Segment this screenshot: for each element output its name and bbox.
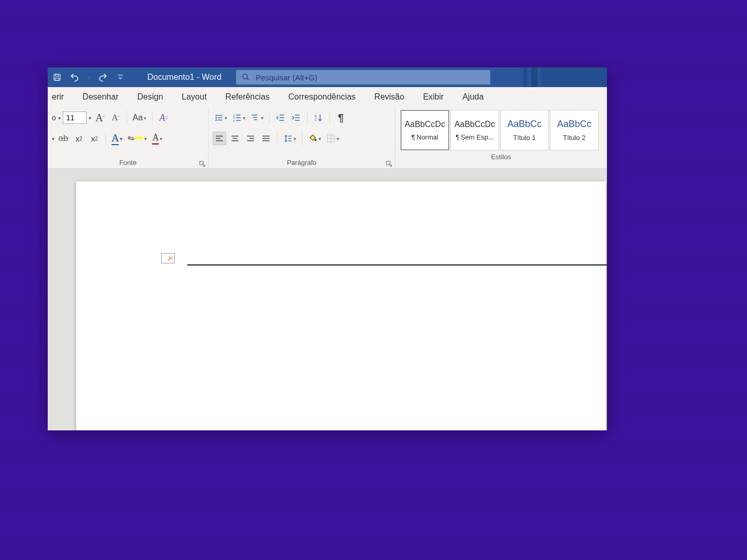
word-window: ▾ Documento1 - Word erir Desenhar Design… bbox=[48, 67, 607, 430]
undo-dropdown[interactable]: ▾ bbox=[85, 70, 92, 85]
ribbon: o ▾ ▾ Aˆ Aˇ Aa A◊ ▾ ab x2 x2 bbox=[48, 107, 607, 169]
svg-text:A: A bbox=[315, 114, 317, 118]
tab-design[interactable]: Design bbox=[135, 89, 165, 105]
font-size-input[interactable] bbox=[63, 111, 87, 124]
svg-rect-16 bbox=[236, 115, 241, 116]
styles-gallery: AaBbCcDc ¶Normal AaBbCcDc ¶Sem Esp... Aa… bbox=[399, 109, 603, 151]
style-normal[interactable]: AaBbCcDc ¶Normal bbox=[400, 110, 449, 150]
svg-text:3: 3 bbox=[233, 119, 235, 122]
style-preview: AaBbCc bbox=[557, 119, 591, 130]
align-center-button[interactable] bbox=[228, 132, 242, 145]
group-paragrafo: 123 AZ bbox=[209, 107, 395, 169]
strikethrough-button[interactable]: ab bbox=[57, 132, 70, 145]
style-titulo-2[interactable]: AaBbCc Título 2 bbox=[550, 110, 599, 150]
qat-more-button[interactable] bbox=[113, 70, 128, 85]
pilcrow-icon: ¶ bbox=[411, 133, 415, 141]
quick-access-toolbar: ▾ bbox=[48, 70, 128, 85]
autosave-icon[interactable] bbox=[50, 70, 64, 85]
ribbon-tabs: erir Desenhar Design Layout Referências … bbox=[48, 87, 607, 107]
increase-indent-button[interactable] bbox=[289, 111, 303, 124]
account-area[interactable] bbox=[519, 67, 607, 87]
svg-rect-17 bbox=[236, 117, 241, 118]
undo-button[interactable] bbox=[67, 70, 82, 85]
sort-button[interactable]: AZ bbox=[312, 111, 325, 124]
font-row2-leading-dropdown[interactable]: ▾ bbox=[52, 136, 54, 142]
style-sem-espacamento[interactable]: AaBbCcDc ¶Sem Esp... bbox=[450, 110, 499, 150]
svg-point-4 bbox=[243, 74, 247, 78]
bullets-button[interactable] bbox=[213, 111, 229, 124]
show-marks-button[interactable]: ¶ bbox=[334, 111, 348, 124]
tab-desenhar[interactable]: Desenhar bbox=[80, 89, 120, 105]
svg-rect-19 bbox=[252, 115, 257, 116]
search-box[interactable] bbox=[236, 70, 490, 85]
group-fonte: o ▾ ▾ Aˆ Aˇ Aa A◊ ▾ ab x2 x2 bbox=[48, 107, 209, 169]
font-name-cutoff[interactable]: o bbox=[52, 114, 56, 122]
svg-rect-21 bbox=[254, 119, 257, 120]
svg-point-47 bbox=[315, 139, 316, 141]
align-right-button[interactable] bbox=[244, 132, 257, 145]
style-preview: AaBbCc bbox=[507, 119, 542, 130]
align-left-button[interactable] bbox=[213, 132, 226, 145]
tab-referencias[interactable]: Referências bbox=[223, 89, 271, 105]
window-title: Documento1 - Word bbox=[147, 73, 222, 82]
paragrafo-dialog-launcher[interactable] bbox=[385, 160, 393, 167]
style-name-label: Título 1 bbox=[513, 134, 535, 142]
svg-point-7 bbox=[215, 115, 217, 116]
search-input[interactable] bbox=[255, 73, 485, 82]
shrink-font-button[interactable]: Aˇ bbox=[109, 111, 122, 124]
svg-rect-1 bbox=[56, 74, 59, 76]
change-case-button[interactable]: Aa bbox=[131, 111, 148, 124]
svg-rect-2 bbox=[55, 78, 59, 81]
group-estilos: AaBbCcDc ¶Normal AaBbCcDc ¶Sem Esp... Aa… bbox=[395, 107, 607, 169]
svg-rect-20 bbox=[253, 117, 257, 118]
svg-point-9 bbox=[215, 119, 217, 121]
group-fonte-label: Fonte bbox=[119, 159, 136, 166]
svg-rect-18 bbox=[236, 120, 241, 121]
numbering-button[interactable]: 123 bbox=[231, 111, 247, 124]
decrease-indent-button[interactable] bbox=[274, 111, 287, 124]
search-icon bbox=[241, 73, 250, 82]
svg-line-5 bbox=[247, 78, 248, 79]
tab-correspondencias[interactable]: Correspondências bbox=[286, 89, 358, 105]
clear-format-button[interactable]: A◊ bbox=[157, 111, 170, 124]
document-page[interactable] bbox=[76, 181, 606, 430]
horizontal-line bbox=[187, 264, 607, 265]
tab-inserir[interactable]: erir bbox=[50, 89, 66, 105]
tab-layout[interactable]: Layout bbox=[179, 89, 209, 105]
group-estilos-label: Estilos bbox=[491, 153, 511, 161]
line-spacing-button[interactable] bbox=[282, 132, 298, 145]
highlight-button[interactable]: ✎ bbox=[126, 132, 148, 145]
svg-point-8 bbox=[215, 117, 217, 119]
grow-font-button[interactable]: Aˆ bbox=[93, 111, 107, 124]
borders-button[interactable] bbox=[325, 132, 341, 145]
svg-rect-12 bbox=[218, 120, 223, 121]
style-titulo-1[interactable]: AaBbCc Título 1 bbox=[500, 110, 549, 150]
svg-rect-10 bbox=[218, 115, 223, 116]
redo-button[interactable] bbox=[95, 70, 110, 85]
svg-rect-11 bbox=[218, 117, 223, 118]
align-justify-button[interactable] bbox=[259, 132, 273, 145]
pilcrow-icon: ¶ bbox=[455, 133, 459, 141]
tab-revisao[interactable]: Revisão bbox=[372, 89, 407, 105]
style-preview: AaBbCcDc bbox=[454, 120, 495, 129]
fonte-dialog-launcher[interactable] bbox=[199, 160, 206, 167]
superscript-button[interactable]: x2 bbox=[88, 132, 101, 145]
font-name-dropdown[interactable]: ▾ bbox=[58, 115, 61, 121]
font-size-dropdown[interactable]: ▾ bbox=[89, 115, 91, 121]
workspace bbox=[48, 169, 607, 430]
tab-exibir[interactable]: Exibir bbox=[421, 89, 446, 105]
title-bar: ▾ Documento1 - Word bbox=[48, 67, 607, 87]
font-color-button[interactable]: A bbox=[150, 132, 164, 145]
style-preview: AaBbCcDc bbox=[405, 120, 445, 129]
subscript-button[interactable]: x2 bbox=[72, 132, 86, 145]
shading-button[interactable] bbox=[307, 132, 323, 145]
multilevel-list-button[interactable] bbox=[249, 111, 265, 124]
style-name-label: Título 2 bbox=[563, 134, 585, 142]
style-name-label: Normal bbox=[417, 133, 438, 141]
text-effects-button[interactable]: A bbox=[110, 132, 124, 145]
group-paragrafo-label: Parágrafo bbox=[287, 159, 316, 166]
svg-text:Z: Z bbox=[315, 118, 317, 121]
tab-ajuda[interactable]: Ajuda bbox=[460, 89, 486, 105]
autocorrect-options-icon[interactable] bbox=[161, 253, 175, 263]
style-name-label: Sem Esp... bbox=[461, 133, 494, 141]
